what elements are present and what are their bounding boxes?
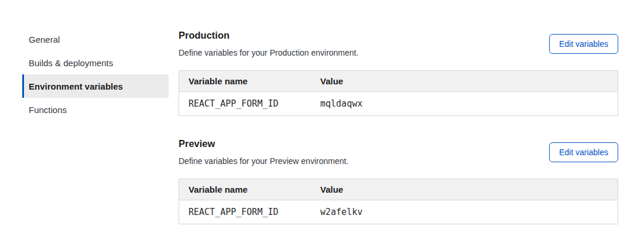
preview-edit-variables-button[interactable]: Edit variables — [549, 142, 618, 162]
sidebar-item-environment-variables[interactable]: Environment variables — [22, 74, 169, 98]
production-edit-variables-button[interactable]: Edit variables — [549, 34, 618, 54]
variable-value-cell: mqldaqwx — [311, 92, 618, 115]
production-variables-table: Variable name Value REACT_APP_FORM_ID mq… — [179, 70, 618, 116]
settings-page: General Builds & deployments Environment… — [0, 0, 644, 224]
production-title: Production — [179, 30, 358, 40]
preview-title: Preview — [179, 138, 348, 149]
preview-section-text: Preview Define variables for your Previe… — [179, 138, 348, 166]
settings-sidebar: General Builds & deployments Environment… — [22, 28, 169, 121]
sidebar-item-label: General — [29, 35, 60, 45]
preview-section: Preview Define variables for your Previe… — [179, 138, 618, 224]
variable-name-cell: REACT_APP_FORM_ID — [179, 92, 311, 115]
table-header-row: Variable name Value — [179, 71, 618, 92]
table-header-row: Variable name Value — [179, 179, 618, 200]
column-header-variable-name: Variable name — [179, 179, 311, 200]
environment-variables-content: Production Define variables for your Pro… — [179, 28, 618, 224]
sidebar-item-label: Environment variables — [29, 81, 123, 91]
production-section-text: Production Define variables for your Pro… — [179, 30, 358, 58]
column-header-variable-name: Variable name — [179, 71, 311, 91]
production-section: Production Define variables for your Pro… — [179, 30, 618, 116]
column-header-value: Value — [311, 179, 618, 200]
column-header-value: Value — [311, 71, 618, 91]
preview-description: Define variables for your Preview enviro… — [179, 156, 348, 166]
sidebar-item-builds-deployments[interactable]: Builds & deployments — [22, 51, 169, 74]
sidebar-item-functions[interactable]: Functions — [22, 98, 169, 121]
variable-name-cell: REACT_APP_FORM_ID — [179, 200, 311, 224]
sidebar-item-general[interactable]: General — [22, 28, 169, 51]
preview-variables-table: Variable name Value REACT_APP_FORM_ID w2… — [179, 179, 618, 224]
variable-value-cell: w2afelkv — [311, 200, 618, 224]
production-section-header: Production Define variables for your Pro… — [179, 30, 618, 58]
production-description: Define variables for your Production env… — [179, 48, 358, 58]
preview-section-header: Preview Define variables for your Previe… — [179, 138, 618, 166]
table-row: REACT_APP_FORM_ID w2afelkv — [179, 200, 618, 224]
table-row: REACT_APP_FORM_ID mqldaqwx — [179, 92, 618, 115]
sidebar-item-label: Builds & deployments — [29, 58, 113, 68]
sidebar-item-label: Functions — [29, 105, 67, 115]
